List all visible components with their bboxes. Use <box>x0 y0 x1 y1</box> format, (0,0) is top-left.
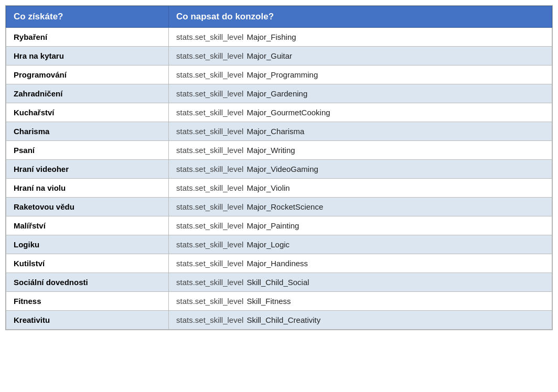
cmd-key: Major_Logic <box>246 240 289 249</box>
cmd-key: Skill_Child_Social <box>246 278 309 287</box>
cmd-prefix: stats.set_skill_level <box>176 165 243 173</box>
skill-command: stats.set_skill_levelMajor_VideoGaming <box>169 160 552 179</box>
table-row: Programovánístats.set_skill_levelMajor_P… <box>6 66 552 84</box>
skill-name: Zahradničení <box>6 84 169 103</box>
cmd-prefix: stats.set_skill_level <box>176 108 243 117</box>
table-row: Malířstvístats.set_skill_levelMajor_Pain… <box>6 216 552 235</box>
cmd-prefix: stats.set_skill_level <box>176 240 243 249</box>
cmd-prefix: stats.set_skill_level <box>176 127 243 136</box>
header-col2: Co napsat do konzole? <box>169 6 552 28</box>
cmd-key: Major_GourmetCooking <box>246 108 330 117</box>
cmd-prefix: stats.set_skill_level <box>176 183 243 192</box>
cmd-key: Skill_Fitness <box>246 297 291 306</box>
table-row: Charismastats.set_skill_levelMajor_Chari… <box>6 122 552 141</box>
cmd-key: Major_Charisma <box>246 127 304 136</box>
cmd-prefix: stats.set_skill_level <box>176 259 243 268</box>
skill-name: Rybaření <box>6 28 169 47</box>
table-row: Zahradničenístats.set_skill_levelMajor_G… <box>6 84 552 103</box>
table-row: Rybařenístats.set_skill_levelMajor_Fishi… <box>6 28 552 47</box>
skills-table-container: Co získáte? Co napsat do konzole? Rybaře… <box>5 5 553 330</box>
cmd-prefix: stats.set_skill_level <box>176 32 243 41</box>
cmd-prefix: stats.set_skill_level <box>176 202 243 211</box>
skill-command: stats.set_skill_levelSkill_Fitness <box>169 292 552 311</box>
table-row: Hraní na violustats.set_skill_levelMajor… <box>6 179 552 198</box>
cmd-key: Skill_Child_Creativity <box>246 315 320 324</box>
cmd-key: Major_Painting <box>246 221 299 230</box>
cmd-key: Major_VideoGaming <box>246 165 318 173</box>
skill-command: stats.set_skill_levelMajor_Gardening <box>169 84 552 103</box>
skill-name: Raketovou vědu <box>6 198 169 216</box>
skill-command: stats.set_skill_levelMajor_Fishing <box>169 28 552 47</box>
skill-command: stats.set_skill_levelMajor_GourmetCookin… <box>169 103 552 122</box>
header-col1: Co získáte? <box>6 6 169 28</box>
table-row: Sociální dovednostistats.set_skill_level… <box>6 273 552 292</box>
table-row: Kreativitustats.set_skill_levelSkill_Chi… <box>6 311 552 330</box>
cmd-prefix: stats.set_skill_level <box>176 221 243 230</box>
skill-command: stats.set_skill_levelMajor_Logic <box>169 235 552 254</box>
table-row: Logikustats.set_skill_levelMajor_Logic <box>6 235 552 254</box>
cmd-prefix: stats.set_skill_level <box>176 146 243 155</box>
skill-command: stats.set_skill_levelMajor_Violin <box>169 179 552 198</box>
skill-name: Sociální dovednosti <box>6 273 169 292</box>
table-row: Raketovou vědustats.set_skill_levelMajor… <box>6 198 552 216</box>
table-row: Hraní videoherstats.set_skill_levelMajor… <box>6 160 552 179</box>
skill-command: stats.set_skill_levelMajor_Programming <box>169 66 552 84</box>
cmd-key: Major_Fishing <box>246 32 296 41</box>
cmd-prefix: stats.set_skill_level <box>176 297 243 306</box>
table-row: Kuchařstvístats.set_skill_levelMajor_Gou… <box>6 103 552 122</box>
table-row: Hra na kytarustats.set_skill_levelMajor_… <box>6 47 552 66</box>
cmd-key: Major_Violin <box>246 183 289 192</box>
cmd-key: Major_RocketScience <box>246 202 323 211</box>
cmd-prefix: stats.set_skill_level <box>176 278 243 287</box>
skill-command: stats.set_skill_levelMajor_RocketScience <box>169 198 552 216</box>
skill-name: Kuchařství <box>6 103 169 122</box>
skill-command: stats.set_skill_levelMajor_Guitar <box>169 47 552 66</box>
skill-command: stats.set_skill_levelMajor_Painting <box>169 216 552 235</box>
table-row: Kutilstvístats.set_skill_levelMajor_Hand… <box>6 254 552 273</box>
skill-name: Hraní na violu <box>6 179 169 198</box>
cmd-key: Major_Writing <box>246 146 295 155</box>
skill-command: stats.set_skill_levelSkill_Child_Social <box>169 273 552 292</box>
skill-command: stats.set_skill_levelMajor_Handiness <box>169 254 552 273</box>
skill-name: Programování <box>6 66 169 84</box>
skill-name: Hra na kytaru <box>6 47 169 66</box>
cmd-key: Major_Gardening <box>246 89 307 98</box>
skills-table: Co získáte? Co napsat do konzole? Rybaře… <box>6 6 552 330</box>
skill-command: stats.set_skill_levelSkill_Child_Creativ… <box>169 311 552 330</box>
cmd-key: Major_Handiness <box>246 259 308 268</box>
table-header-row: Co získáte? Co napsat do konzole? <box>6 6 552 28</box>
cmd-prefix: stats.set_skill_level <box>176 315 243 324</box>
skill-name: Psaní <box>6 141 169 160</box>
skill-name: Logiku <box>6 235 169 254</box>
cmd-prefix: stats.set_skill_level <box>176 89 243 98</box>
cmd-prefix: stats.set_skill_level <box>176 70 243 79</box>
skill-name: Kreativitu <box>6 311 169 330</box>
skill-name: Hraní videoher <box>6 160 169 179</box>
cmd-key: Major_Guitar <box>246 51 292 60</box>
table-row: Psanístats.set_skill_levelMajor_Writing <box>6 141 552 160</box>
cmd-key: Major_Programming <box>246 70 318 79</box>
skill-name: Malířství <box>6 216 169 235</box>
skill-name: Charisma <box>6 122 169 141</box>
skill-command: stats.set_skill_levelMajor_Charisma <box>169 122 552 141</box>
table-row: Fitnessstats.set_skill_levelSkill_Fitnes… <box>6 292 552 311</box>
skill-name: Kutilství <box>6 254 169 273</box>
skill-name: Fitness <box>6 292 169 311</box>
skill-command: stats.set_skill_levelMajor_Writing <box>169 141 552 160</box>
cmd-prefix: stats.set_skill_level <box>176 51 243 60</box>
